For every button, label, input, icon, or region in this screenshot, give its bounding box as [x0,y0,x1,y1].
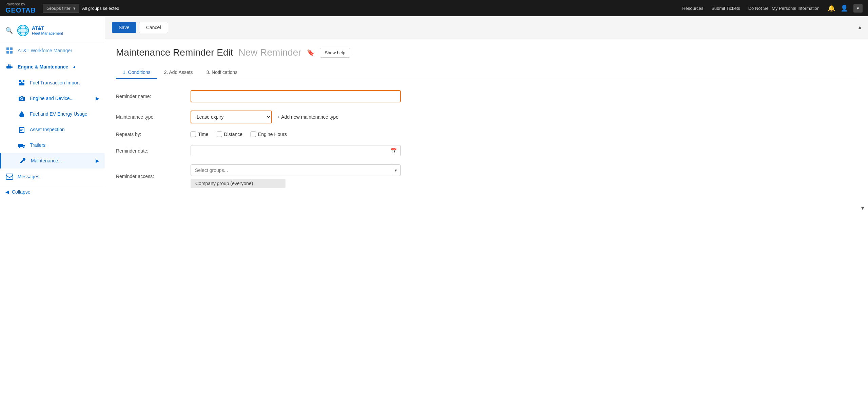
reminder-access-row: Reminder access: ▾ Company group (everyo… [116,164,857,188]
user-profile-icon[interactable]: 👤 [841,4,848,12]
collapse-button[interactable]: ◀ Collapse [0,185,105,199]
geotab-logo: GEOTAB [5,6,36,14]
sidebar-item-maintenance[interactable]: Maintenance... ▶ [0,153,105,169]
sidebar: ▲ 🔍 AT&T Fleet Management [0,16,105,416]
sidebar-item-trailers[interactable]: Trailers [0,137,105,153]
all-groups-text: All groups selected [82,6,119,11]
resources-link[interactable]: Resources [682,6,703,11]
tab-conditions[interactable]: 1. Conditions [116,66,157,79]
reminder-name-label: Reminder name: [116,94,191,99]
distance-label: Distance [224,132,242,137]
tab-add-assets[interactable]: 2. Add Assets [157,66,200,79]
svg-rect-4 [6,47,9,50]
collapse-label: Collapse [12,189,30,195]
svg-rect-19 [6,174,13,179]
tabs-row: 1. Conditions 2. Add Assets 3. Notificat… [116,66,857,79]
select-groups-dropdown-button[interactable]: ▾ [391,165,400,176]
sidebar-item-engine-device[interactable]: Engine and Device... ▶ [0,91,105,106]
sidebar-label-engine-device: Engine and Device... [30,96,74,101]
svg-rect-15 [19,127,24,133]
svg-rect-11 [9,64,11,66]
engine-hours-label: Engine Hours [258,132,287,137]
svg-point-14 [21,98,23,100]
user-menu-button[interactable]: ▾ [853,4,863,13]
puzzle-icon [18,79,26,87]
time-checkbox[interactable] [191,132,196,137]
time-label: Time [198,132,209,137]
reminder-access-wrap: ▾ Company group (everyone) [191,164,401,188]
svg-point-18 [23,147,24,148]
distance-checkbox-label[interactable]: Distance [217,132,242,137]
notification-bell-icon[interactable]: 🔔 [828,4,835,12]
sidebar-item-fuel-ev[interactable]: Fuel and EV Energy Usage [0,106,105,122]
groups-filter-dropdown[interactable]: Groups filter ▾ [43,4,79,13]
page-title-row: Maintenance Reminder Edit New Reminder 🔖… [116,47,857,58]
sidebar-item-messages[interactable]: Messages [0,169,105,185]
brand-sub: Fleet Management [32,31,63,36]
reminder-name-row: Reminder name: [116,90,857,102]
drop-icon [18,110,26,118]
cancel-button[interactable]: Cancel [139,22,168,33]
sidebar-item-engine-maintenance[interactable]: Engine & Maintenance ▲ [0,59,105,75]
sidebar-label-maintenance: Maintenance... [31,158,62,163]
bookmark-icon[interactable]: 🔖 [307,49,314,56]
engine-hours-checkbox-label[interactable]: Engine Hours [251,132,287,137]
submit-tickets-link[interactable]: Submit Tickets [711,6,740,11]
repeats-checkboxes: Time Distance Engine Hours [191,132,401,137]
reminder-date-input[interactable] [194,148,388,154]
top-bar: Powered by GEOTAB Groups filter ▾ All gr… [0,0,868,16]
repeats-by-label: Repeats by: [116,132,191,137]
do-not-sell-link[interactable]: Do Not Sell My Personal Information [748,6,820,11]
sidebar-item-asset-inspection[interactable]: Asset Inspection [0,122,105,137]
show-help-button[interactable]: Show help [320,48,351,58]
search-icon[interactable]: 🔍 [5,27,13,34]
svg-point-17 [19,147,20,148]
company-group-label: Company group (everyone) [191,179,285,188]
add-maintenance-type-link[interactable]: + Add new maintenance type [277,114,338,120]
reminder-date-wrap: 📅 [191,145,401,156]
camera-icon [18,94,26,102]
sidebar-item-label-att-workforce: AT&T Workforce Manager [18,48,99,53]
reminder-date-label: Reminder date: [116,148,191,154]
maintenance-type-row: Maintenance type: Lease expiry Oil Chang… [116,111,857,123]
brand-text: AT&T Fleet Management [32,25,63,36]
calendar-icon[interactable]: 📅 [390,147,397,154]
sidebar-label-engine-maintenance: Engine & Maintenance [18,64,68,70]
top-bar-right: Resources Submit Tickets Do Not Sell My … [682,4,863,13]
sidebar-label-messages: Messages [18,174,39,179]
chevron-down-2-icon: ▾ [395,168,397,173]
wrench-icon [19,157,27,165]
svg-rect-9 [11,66,13,68]
engine-icon [5,63,14,71]
reminder-name-input[interactable] [191,90,401,102]
select-groups-input[interactable] [191,165,391,176]
date-input-wrap: 📅 [191,145,401,156]
repeats-by-wrap: Time Distance Engine Hours [191,132,401,137]
maintenance-type-controls: Lease expiry Oil Change Tire Rotation An… [191,111,401,123]
main-layout: ▲ 🔍 AT&T Fleet Management [0,16,868,416]
engine-hours-checkbox[interactable] [251,132,256,137]
page-content: Maintenance Reminder Edit New Reminder 🔖… [105,39,868,416]
sidebar-item-att-workforce[interactable]: AT&T Workforce Manager [0,42,105,59]
page-title: Maintenance Reminder Edit [116,47,233,58]
time-checkbox-label[interactable]: Time [191,132,209,137]
sidebar-label-fuel-ev: Fuel and EV Energy Usage [30,111,87,117]
tab-notifications[interactable]: 3. Notifications [200,66,244,79]
repeats-by-row: Repeats by: Time Distance En [116,132,857,137]
brand-name: AT&T [32,25,63,31]
svg-rect-8 [6,66,11,68]
chevron-up-icon: ▲ [72,64,76,69]
svg-rect-10 [8,64,9,66]
scroll-up-icon[interactable]: ▲ [857,24,863,31]
chevron-right-icon: ▶ [96,96,99,101]
save-button[interactable]: Save [112,22,136,33]
distance-checkbox[interactable] [217,132,222,137]
clipboard-icon [18,125,26,134]
reminder-date-row: Reminder date: 📅 [116,145,857,156]
att-logo-icon [17,24,29,37]
sidebar-label-trailers: Trailers [30,142,45,148]
sidebar-item-fuel-transaction[interactable]: Fuel Transaction Import [0,75,105,91]
chevron-right-2-icon: ▶ [96,158,99,163]
sidebar-label-fuel-transaction: Fuel Transaction Import [30,80,80,85]
maintenance-type-select[interactable]: Lease expiry Oil Change Tire Rotation An… [191,111,272,123]
